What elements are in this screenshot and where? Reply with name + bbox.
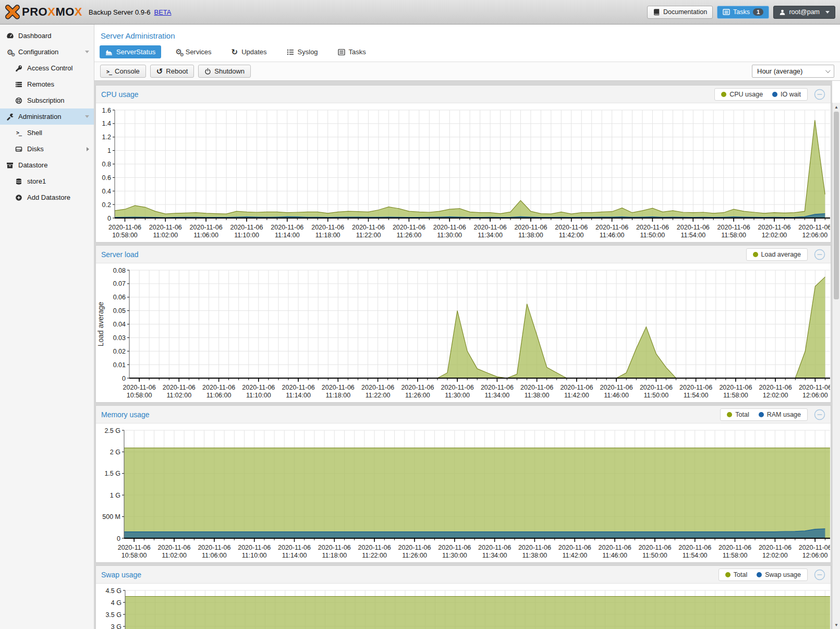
minus-circle-icon[interactable] xyxy=(814,409,825,420)
collapse-caret-icon[interactable] xyxy=(85,51,89,53)
beta-link[interactable]: BETA xyxy=(154,8,172,16)
scroll-up-icon[interactable]: ▲ xyxy=(833,103,840,111)
tab-syslog[interactable]: Syslog xyxy=(281,45,324,58)
svg-text:11:42:00: 11:42:00 xyxy=(564,392,589,399)
svg-text:11:38:00: 11:38:00 xyxy=(518,232,543,239)
svg-text:11:54:00: 11:54:00 xyxy=(684,392,709,399)
svg-text:1.2: 1.2 xyxy=(102,134,111,141)
svg-text:11:34:00: 11:34:00 xyxy=(478,232,503,239)
minus-circle-icon[interactable] xyxy=(814,569,825,580)
user-icon xyxy=(779,9,786,16)
legend: CPU usage IO wait xyxy=(714,88,808,101)
svg-text:0.4: 0.4 xyxy=(102,188,111,195)
series-dot-icon xyxy=(727,412,732,417)
cpu-usage-panel: CPU usage CPU usage IO wait 00.20.40.60.… xyxy=(95,85,831,243)
tab-updates[interactable]: ↻ Updates xyxy=(226,45,273,58)
svg-text:2020-11-06: 2020-11-06 xyxy=(478,544,511,551)
console-button[interactable]: >_ Console xyxy=(100,65,146,78)
user-menu-button[interactable]: root@pam xyxy=(773,6,835,19)
minus-circle-icon[interactable] xyxy=(814,249,825,260)
sidebar-item-remotes[interactable]: Remotes xyxy=(0,76,94,92)
svg-text:12:02:00: 12:02:00 xyxy=(763,392,788,399)
tasks-button[interactable]: Tasks 1 xyxy=(717,6,769,19)
svg-text:11:30:00: 11:30:00 xyxy=(442,552,467,559)
topbar: PROXMOX Backup Server 0.9-6 BETA Documen… xyxy=(0,0,840,25)
series-dot-icon xyxy=(772,92,777,97)
svg-text:2020-11-06: 2020-11-06 xyxy=(798,224,830,231)
svg-text:1.5 G: 1.5 G xyxy=(104,470,120,477)
svg-text:11:50:00: 11:50:00 xyxy=(644,392,669,399)
svg-text:2020-11-06: 2020-11-06 xyxy=(717,224,750,231)
svg-text:4 G: 4 G xyxy=(111,599,121,607)
svg-text:11:22:00: 11:22:00 xyxy=(366,392,391,399)
svg-text:11:10:00: 11:10:00 xyxy=(242,552,267,559)
legend-item[interactable]: Load average xyxy=(753,251,801,258)
svg-text:2020-11-06: 2020-11-06 xyxy=(433,224,466,231)
series-dot-icon xyxy=(721,92,726,97)
svg-text:11:02:00: 11:02:00 xyxy=(162,552,187,559)
reboot-button[interactable]: ↺ Reboot xyxy=(150,65,194,78)
series-dot-icon xyxy=(759,412,764,417)
svg-text:2020-11-06: 2020-11-06 xyxy=(271,224,303,231)
sidebar-item-configuration[interactable]: ⚙⚙ Configuration xyxy=(0,44,94,60)
shutdown-button[interactable]: Shutdown xyxy=(198,65,251,78)
legend-item[interactable]: Swap usage xyxy=(757,571,801,578)
svg-text:10:58:00: 10:58:00 xyxy=(112,232,138,239)
sidebar-item-add-datastore[interactable]: Add Datastore xyxy=(0,189,94,205)
svg-text:1.4: 1.4 xyxy=(102,120,111,127)
tab-services[interactable]: ⚙⚙ Services xyxy=(169,45,217,58)
svg-text:11:02:00: 11:02:00 xyxy=(153,232,178,239)
legend-item[interactable]: CPU usage xyxy=(721,91,763,98)
svg-text:11:42:00: 11:42:00 xyxy=(562,552,587,559)
sidebar-item-disks[interactable]: Disks xyxy=(0,141,94,157)
tab-tasks[interactable]: Tasks xyxy=(332,45,372,58)
svg-text:2020-11-06: 2020-11-06 xyxy=(438,544,471,551)
minus-circle-icon[interactable] xyxy=(814,89,825,100)
svg-text:3 G: 3 G xyxy=(111,623,121,629)
svg-text:2020-11-06: 2020-11-06 xyxy=(401,384,434,391)
scrollbar-thumb[interactable] xyxy=(834,112,839,299)
sidebar-item-subscription[interactable]: Subscription xyxy=(0,92,94,108)
svg-text:12:02:00: 12:02:00 xyxy=(762,232,787,239)
panel-title: Server load xyxy=(101,250,139,259)
svg-text:11:38:00: 11:38:00 xyxy=(522,552,547,559)
vertical-scrollbar[interactable]: ▲ ▼ xyxy=(832,103,840,629)
sidebar-item-shell[interactable]: >_ Shell xyxy=(0,125,94,141)
legend-item[interactable]: RAM usage xyxy=(759,411,801,418)
svg-text:11:14:00: 11:14:00 xyxy=(275,232,300,239)
documentation-button[interactable]: Documentation xyxy=(647,6,713,19)
memory-usage-panel: Memory usage Total RAM usage 0500 M1 G1.… xyxy=(95,405,831,563)
reboot-icon: ↺ xyxy=(156,67,163,75)
tasks-list-icon xyxy=(723,8,730,16)
sidebar-item-dashboard[interactable]: Dashboard xyxy=(0,28,94,44)
svg-text:2020-11-06: 2020-11-06 xyxy=(719,384,752,391)
proxmox-x-icon xyxy=(5,4,20,20)
svg-text:11:18:00: 11:18:00 xyxy=(322,552,347,559)
collapse-caret-icon[interactable] xyxy=(85,115,89,118)
svg-text:2020-11-06: 2020-11-06 xyxy=(799,544,830,551)
tab-serverstatus[interactable]: ServerStatus xyxy=(100,45,161,58)
sidebar-item-store1[interactable]: store1 xyxy=(0,173,94,189)
legend-item[interactable]: Total xyxy=(727,411,749,418)
legend-item[interactable]: Total xyxy=(725,571,747,578)
svg-text:11:26:00: 11:26:00 xyxy=(402,552,427,559)
svg-text:11:58:00: 11:58:00 xyxy=(721,232,746,239)
sidebar-item-datastore[interactable]: Datastore xyxy=(0,157,94,173)
scroll-down-icon[interactable]: ▼ xyxy=(833,621,840,628)
proxmox-logo: PROXMOX xyxy=(5,4,82,20)
legend-item[interactable]: IO wait xyxy=(772,91,801,98)
terminal-icon: >_ xyxy=(106,67,112,75)
svg-text:12:06:00: 12:06:00 xyxy=(802,232,827,239)
expand-caret-icon[interactable] xyxy=(87,147,89,151)
svg-text:2020-11-06: 2020-11-06 xyxy=(190,224,223,231)
timeframe-select[interactable]: Hour (average) xyxy=(752,65,834,78)
svg-text:2020-11-06: 2020-11-06 xyxy=(123,384,156,391)
svg-text:2020-11-06: 2020-11-06 xyxy=(600,384,633,391)
product-subtitle: Backup Server 0.9-6 xyxy=(89,8,151,16)
power-icon xyxy=(204,68,211,75)
svg-text:2020-11-06: 2020-11-06 xyxy=(759,384,792,391)
server-load-chart: 00.010.020.030.040.050.060.070.082020-11… xyxy=(96,265,830,402)
sidebar-item-administration[interactable]: Administration xyxy=(0,108,94,125)
sidebar-item-access-control[interactable]: Access Control xyxy=(0,60,94,76)
panel-title: CPU usage xyxy=(101,90,139,99)
